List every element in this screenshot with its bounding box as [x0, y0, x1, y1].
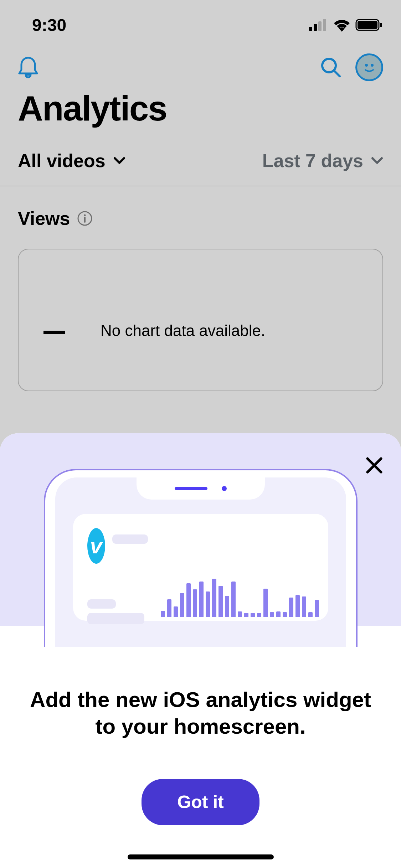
widget-promo-sheet: v: [0, 433, 401, 868]
phone-mockup-illustration: v: [44, 469, 358, 647]
got-it-button[interactable]: Got it: [142, 779, 259, 825]
sheet-title: Add the new iOS analytics widget to your…: [29, 686, 372, 740]
close-button[interactable]: [365, 456, 383, 476]
sheet-hero: v: [0, 433, 401, 626]
sheet-body: Add the new iOS analytics widget to your…: [0, 626, 401, 868]
vimeo-logo-icon: v: [87, 528, 105, 564]
close-icon: [365, 456, 383, 474]
home-indicator[interactable]: [128, 854, 274, 859]
